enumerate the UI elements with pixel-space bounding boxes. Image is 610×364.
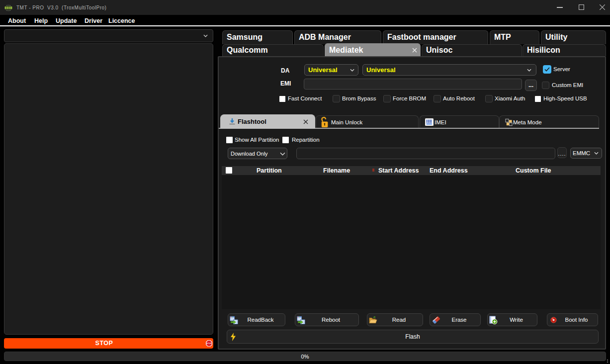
svg-text:STOP: STOP bbox=[206, 343, 212, 345]
